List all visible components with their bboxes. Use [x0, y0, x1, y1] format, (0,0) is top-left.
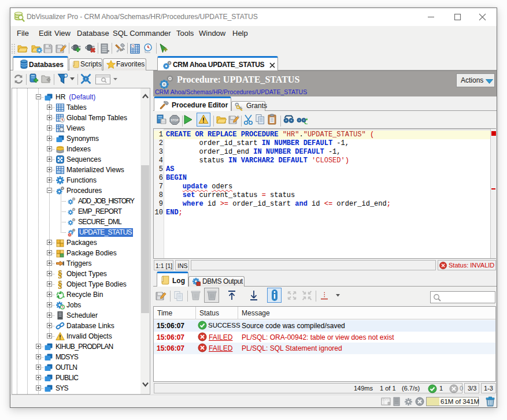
svg-text:STOP: STOP — [171, 118, 179, 122]
